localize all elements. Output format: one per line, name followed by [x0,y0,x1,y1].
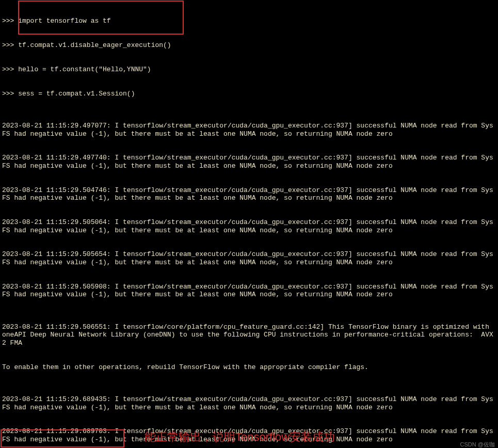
watermark-text: CSDN @佐咖 [460,441,495,448]
annotation-text: 能正常输出，说明Tensorflow安装成功 [144,430,335,444]
python-input: >>> tf.compat.v1.disable_eager_execution… [2,41,496,50]
python-input: >>> import tensorflow as tf [2,17,496,25]
python-input: >>> hello = tf.constant("Hello,YNNU") [2,66,496,74]
log-line: 2023-08-21 11:15:29.505908: I tensorflow… [2,283,496,299]
terminal-output[interactable]: >>> import tensorflow as tf >>> tf.compa… [2,1,496,448]
log-line: 2023-08-21 11:15:29.505064: I tensorflow… [2,218,496,234]
log-line: To enable them in other operations, rebu… [2,363,496,372]
log-line: 2023-08-21 11:15:29.497077: I tensorflow… [2,122,496,138]
log-line: 2023-08-21 11:15:29.506551: I tensorflow… [2,323,496,347]
log-line: 2023-08-21 11:15:29.504746: I tensorflow… [2,186,496,202]
log-line: 2023-08-21 11:15:29.497740: I tensorflow… [2,154,496,170]
python-input: >>> sess = tf.compat.v1.Session() [2,90,496,98]
log-line: 2023-08-21 11:15:29.689435: I tensorflow… [2,395,496,411]
log-line: 2023-08-21 11:15:29.505654: I tensorflow… [2,250,496,266]
